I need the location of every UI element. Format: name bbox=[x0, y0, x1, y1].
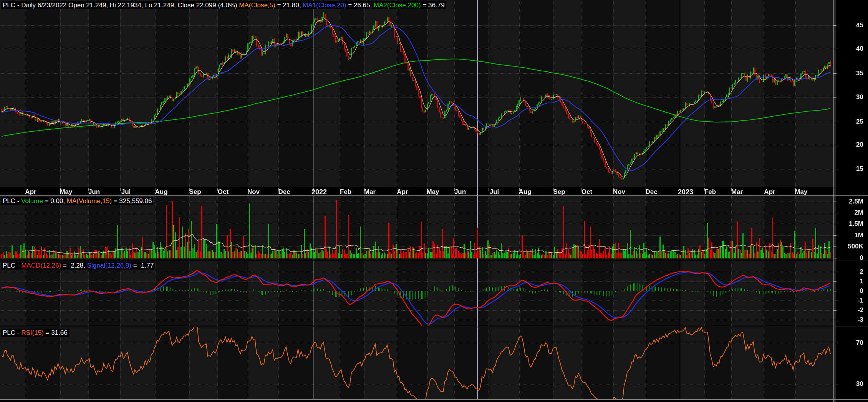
x-axis-month-label: Nov bbox=[613, 188, 625, 196]
x-axis-month-label: Feb bbox=[704, 188, 716, 196]
price-title-segment: MA2(Close,200) bbox=[374, 2, 421, 9]
volume-title-segment: MA(Volume,15) bbox=[67, 197, 112, 205]
rsi-title-segment: PLC - bbox=[3, 329, 21, 336]
rsi-axis-label: 30 bbox=[856, 380, 863, 388]
price-axis-label: 25 bbox=[856, 118, 863, 126]
volume-axis-label: 1.5M bbox=[849, 220, 863, 228]
volume-axis-label: 2.5M bbox=[849, 198, 863, 205]
date-axis: AprMayJunJulAugSepOctNovDec2022FebMarApr… bbox=[0, 188, 868, 196]
x-axis-month-label: Mar bbox=[731, 188, 743, 196]
price-title-segment: MA(Close,5) bbox=[239, 2, 275, 9]
x-axis-month-label: Aug bbox=[518, 188, 531, 196]
price-title-segment: PLC - Daily 6/23/2022 Open 21.249, Hi 22… bbox=[3, 2, 239, 9]
price-axis-label: 35 bbox=[856, 69, 863, 77]
x-axis-month-label: Jul bbox=[121, 188, 131, 196]
price-axis-label: 20 bbox=[856, 141, 863, 149]
rsi-panel-title: PLC - RSI(15) = 31.66 bbox=[1, 329, 69, 337]
volume-title-segment: Volume bbox=[21, 197, 43, 205]
x-axis-month-label: May bbox=[60, 188, 72, 196]
rsi-title-segment: = 31.66 bbox=[44, 329, 68, 336]
macd-title-segment: = -1.77 bbox=[131, 262, 154, 269]
price-panel-title: PLC - Daily 6/23/2022 Open 21.249, Hi 22… bbox=[1, 1, 446, 9]
x-axis-month-label: Oct bbox=[218, 188, 229, 196]
macd-axis-label: 2 bbox=[860, 268, 863, 276]
volume-axis-label: 2M bbox=[854, 209, 863, 217]
macd-title-segment: Signal(12,26,9) bbox=[87, 262, 131, 269]
x-axis-month-label: Sep bbox=[553, 188, 565, 196]
macd-title-segment: PLC - bbox=[3, 262, 21, 269]
volume-title-segment: = 325,559.06 bbox=[112, 197, 152, 205]
x-axis-month-label: Jun bbox=[454, 188, 466, 196]
x-axis-month-label: May bbox=[795, 188, 807, 196]
x-axis-month-label: Jun bbox=[88, 188, 100, 196]
price-title-segment: = 26.65, bbox=[346, 2, 373, 9]
volume-title-segment: PLC - bbox=[3, 197, 21, 205]
x-axis-month-label: Dec bbox=[645, 188, 657, 196]
x-axis-month-label: May bbox=[426, 188, 439, 196]
x-axis-month-label: Sep bbox=[189, 188, 201, 196]
macd-axis-label: 0 bbox=[860, 287, 863, 295]
value-axis-column: 4540353025201537.136.8234.1426.47542.5M2… bbox=[833, 0, 868, 402]
x-axis-year-label: 2023 bbox=[678, 188, 693, 196]
rsi-title-segment: RSI(15) bbox=[21, 329, 44, 336]
macd-axis-label: -1 bbox=[858, 297, 863, 304]
x-axis-month-label: Apr bbox=[397, 188, 408, 196]
x-axis-month-label: Nov bbox=[247, 188, 260, 196]
price-axis-label: 45 bbox=[856, 22, 863, 29]
price-axis-label: 15 bbox=[856, 165, 863, 173]
rsi-axis-label: 70 bbox=[856, 339, 863, 347]
x-axis-month-label: Feb bbox=[340, 188, 351, 196]
x-axis-year-label: 2022 bbox=[311, 188, 327, 196]
price-title-segment: = 21.80, bbox=[275, 2, 303, 9]
macd-axis-label: -3 bbox=[858, 316, 863, 324]
volume-axis-label: 500K bbox=[848, 243, 863, 250]
x-axis-month-label: Apr bbox=[764, 188, 775, 196]
x-axis-month-label: Aug bbox=[155, 188, 167, 196]
price-title-segment: = 36.79 bbox=[421, 2, 445, 9]
x-axis-month-label: Apr bbox=[25, 188, 36, 196]
macd-axis-label: 1 bbox=[860, 278, 863, 285]
price-axis-label: 40 bbox=[856, 45, 863, 53]
x-axis-month-label: Oct bbox=[581, 188, 592, 196]
macd-axis-label: -2 bbox=[858, 306, 863, 314]
price-title-segment: MA1(Close,20) bbox=[303, 2, 346, 9]
x-axis-month-label: Mar bbox=[364, 188, 376, 196]
macd-panel-title: PLC - MACD(12,26) = -2.28, Signal(12,26,… bbox=[1, 261, 155, 270]
x-axis-month-label: Dec bbox=[278, 188, 290, 196]
volume-axis-label: 1M bbox=[854, 232, 863, 239]
x-axis-month-label: Jul bbox=[490, 188, 499, 196]
price-axis-label: 30 bbox=[856, 93, 863, 101]
volume-panel-title: PLC - Volume = 0.00, MA(Volume,15) = 325… bbox=[1, 197, 153, 205]
volume-axis-label: 0 bbox=[860, 254, 863, 262]
volume-title-segment: = 0.00, bbox=[43, 197, 67, 205]
chart-window: PLC - Daily 6/23/2022 Open 21.249, Hi 22… bbox=[0, 0, 868, 402]
macd-title-segment: = -2.28, bbox=[61, 262, 87, 269]
macd-title-segment: MACD(12,26) bbox=[21, 262, 61, 269]
